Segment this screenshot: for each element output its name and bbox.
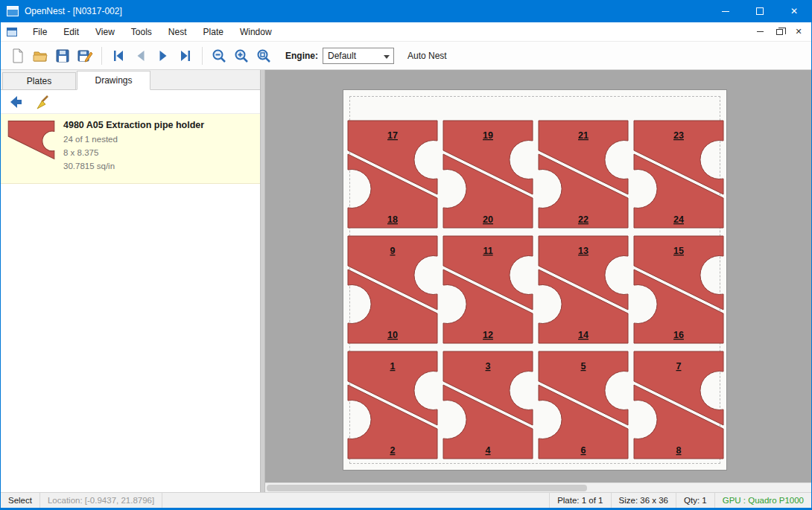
engine-select[interactable]: Default [323,48,394,64]
part-number: 1 [390,361,396,372]
scrollbar-thumb[interactable] [267,485,587,491]
part-number: 19 [483,130,493,141]
tab-plates[interactable]: Plates [2,72,76,89]
clear-drawings-button[interactable] [32,92,53,112]
zoom-in-icon [233,48,250,64]
first-plate-button[interactable] [107,45,130,67]
part-number: 7 [676,361,682,372]
title-bar: OpenNest - [N0317-002] ✕ [1,0,811,22]
status-size: Size: 36 x 36 [611,493,676,508]
menu-view[interactable]: View [87,24,123,40]
new-file-icon [10,48,26,64]
drawing-list: 4980 A05 Extraction pipe holder 24 of 1 … [1,114,260,492]
part-number: 11 [483,246,492,256]
import-drawing-button[interactable] [5,92,26,112]
mdi-close-button[interactable]: ✕ [789,24,808,40]
drawings-toolbar [1,90,260,114]
menu-file[interactable]: File [25,24,55,40]
open-folder-icon [32,48,48,64]
tab-plates-label: Plates [27,76,51,86]
mdi-restore-button[interactable] [770,24,789,40]
nest-cell[interactable]: 5 6 [536,349,631,461]
document-icon [7,28,17,36]
part-number: 10 [387,330,398,340]
part-number: 22 [578,214,589,225]
menu-window[interactable]: Window [232,24,280,40]
save-as-button[interactable] [74,45,96,67]
menu-nest[interactable]: Nest [160,24,195,40]
menu-bar: File Edit View Tools Nest Plate Window ✕ [1,22,811,42]
nest-cell[interactable]: 11 12 [440,234,536,345]
mdi-close-icon: ✕ [795,27,802,36]
next-plate-button[interactable] [152,45,174,67]
panel-splitter[interactable] [260,70,265,492]
part-thumbnail [7,120,56,177]
broom-icon [34,94,51,110]
panel-tabstrip: Plates Drawings [1,70,260,90]
toolbar-separator [202,47,203,65]
part-number: 5 [581,361,586,372]
part-number: 16 [673,330,684,340]
nest-cell[interactable]: 13 14 [536,234,631,345]
open-file-button[interactable] [29,45,51,67]
status-location: Location: [-0.9437, 21.8796] [40,493,162,508]
last-plate-button[interactable] [174,45,197,67]
nest-cell[interactable]: 9 10 [345,234,440,345]
nest-cell[interactable]: 17 18 [345,118,440,230]
part-number: 17 [387,130,398,141]
window-title: OpenNest - [N0317-002] [25,6,122,16]
arrow-left-icon [7,94,24,110]
part-number: 15 [673,246,684,256]
zoom-in-button[interactable] [230,45,253,67]
maximize-button[interactable] [743,0,777,22]
status-bar: Select Location: [-0.9437, 21.8796] Plat… [1,492,811,508]
status-spacer [162,493,549,508]
status-plate: Plate: 1 of 1 [549,493,610,508]
part-number: 21 [578,130,589,141]
nest-cell[interactable]: 23 24 [631,118,726,230]
mdi-restore-icon [776,29,783,35]
new-file-button[interactable] [7,45,29,67]
mdi-minimize-button[interactable] [750,24,770,40]
menu-tools[interactable]: Tools [123,24,160,40]
plate[interactable]: 17 18 19 20 [343,89,727,471]
part-number: 12 [483,330,493,340]
zoom-fit-icon [256,48,272,64]
nest-cell[interactable]: 3 4 [440,349,536,461]
save-icon [54,48,71,64]
tab-drawings[interactable]: Drawings [77,71,150,90]
nest-row: 9 10 11 12 [345,234,726,345]
drawing-list-item-selected[interactable]: 4980 A05 Extraction pipe holder 24 of 1 … [1,114,260,184]
menu-plate[interactable]: Plate [195,24,232,40]
app-icon [7,6,19,16]
horizontal-scrollbar[interactable] [265,482,811,492]
nest-cell[interactable]: 15 16 [631,234,726,345]
part-shape [8,121,54,159]
next-icon [155,48,171,64]
previous-plate-button[interactable] [130,45,152,67]
part-number: 18 [387,214,398,225]
engine-label: Engine: [285,51,318,61]
left-panel: Plates Drawings 4980 A05 Extraction pip [1,70,260,492]
part-number: 8 [676,445,682,456]
nest-cell[interactable]: 21 22 [536,118,631,230]
drawing-area: 30.7815 sq/in [63,160,204,173]
save-button[interactable] [51,45,74,67]
minimize-icon [722,11,729,12]
nest-canvas[interactable]: 17 18 19 20 [265,70,811,482]
nest-cell[interactable]: 1 2 [345,349,440,461]
close-button[interactable]: ✕ [777,0,811,22]
part-number: 4 [486,445,491,456]
menu-edit[interactable]: Edit [55,24,87,40]
part-number: 23 [673,130,684,141]
nest-cell[interactable]: 7 8 [631,349,726,461]
auto-nest-button[interactable]: Auto Nest [407,51,447,61]
minimize-button[interactable] [708,0,743,22]
zoom-out-button[interactable] [208,45,230,67]
zoom-fit-button[interactable] [253,45,275,67]
last-icon [177,48,194,64]
drawing-title: 4980 A05 Extraction pipe holder [63,120,204,130]
nest-cell[interactable]: 19 20 [440,118,536,230]
previous-icon [133,48,149,64]
part-number: 2 [390,445,396,456]
